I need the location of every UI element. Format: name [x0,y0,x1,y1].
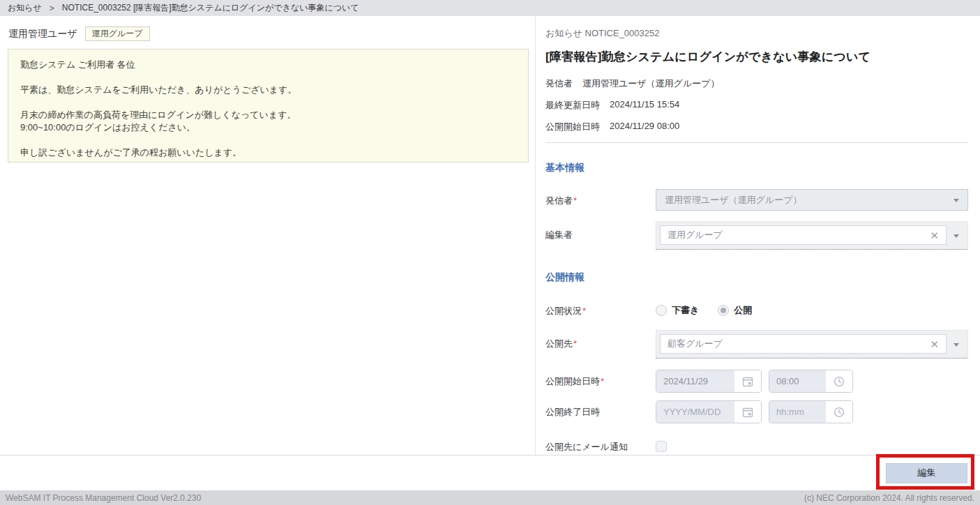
breadcrumb-link-notices[interactable]: お知らせ [8,2,42,14]
target-row: 公開先* 顧客グループ ✕ [545,330,968,359]
notice-meta: 発信者 運用管理ユーザ（運用グループ） 最終更新日時 2024/11/15 15… [545,77,968,133]
form-label-publish-end: 公開終了日時 [545,400,656,419]
chevron-down-icon [953,234,959,238]
meta-row: 最終更新日時 2024/11/15 15:54 [545,99,968,112]
footer: WebSAM IT Process Management Cloud Ver2.… [0,490,980,505]
form-label-publish-start: 公開開始日時* [545,370,656,388]
mail-notify-checkbox[interactable] [656,441,667,452]
meta-value: 2024/11/15 15:54 [610,99,679,112]
end-date-group [656,400,762,423]
chip-label: 運用グループ [668,229,723,241]
form-label-target: 公開先* [545,330,656,350]
status-radio-published[interactable]: 公開 [718,304,752,317]
message-line [20,71,516,84]
meta-row: 発信者 運用管理ユーザ（運用グループ） [545,77,968,90]
start-date-group [656,370,762,393]
radio-selected-icon [718,305,729,316]
message-line: 9:00~10:00のログインはお控えください。 [20,121,516,134]
status-row: 公開状況* 下書き 公開 [545,299,968,317]
clock-icon [834,376,845,387]
form-label-editor: 編集者 [545,221,656,241]
required-mark: * [573,195,577,206]
message-line [20,96,516,109]
required-mark: * [573,338,577,349]
section-heading-basic: 基本情報 [545,162,968,174]
clock-button[interactable] [826,401,852,423]
editor-selected-chip: 運用グループ ✕ [660,225,947,245]
message-line [20,134,516,146]
status-radio-draft[interactable]: 下書き [656,304,699,317]
preview-author-group-badge: 運用グループ [85,27,150,41]
sender-row: 発信者* 運用管理ユーザ（運用グループ） [545,189,968,211]
preview-panel: 運用管理ユーザ 運用グループ 勤怠システム ご利用者 各位 平素は、勤怠システム… [0,16,536,455]
chevron-down-icon [953,199,959,202]
radio-label: 下書き [672,304,699,317]
radio-label: 公開 [734,304,752,317]
meta-label: 最終更新日時 [545,99,600,112]
meta-value: 2024/11/29 08:00 [610,121,679,133]
publish-start-row: 公開開始日時* [545,370,968,393]
chevron-down-icon [953,343,959,347]
meta-row: 公開開始日時 2024/11/29 08:00 [545,121,968,133]
notice-id-kicker: お知らせ NOTICE_0003252 [545,27,968,40]
form-label-mail-notify: 公開先にメール通知 [545,435,656,453]
radio-icon [656,305,667,316]
breadcrumb: お知らせ > NOTICE_0003252 [障害報告]勤怠システムにログインが… [0,0,980,16]
target-selected-chip: 顧客グループ ✕ [660,334,947,354]
message-line: 申し訳ございませんがご了承の程お願いいたします。 [20,146,516,159]
end-time-group [769,400,853,423]
message-line: 勤怠システム ご利用者 各位 [20,59,516,71]
breadcrumb-current: NOTICE_0003252 [障害報告]勤怠システムにログインができない事象に… [62,2,359,14]
calendar-icon [742,407,753,418]
publish-start-date-input[interactable] [656,370,734,392]
clear-icon[interactable]: ✕ [930,230,939,241]
required-mark: * [601,376,604,386]
meta-label: 発信者 [545,77,573,90]
edit-button[interactable]: 編集 [886,463,967,483]
sender-select[interactable]: 運用管理ユーザ（運用グループ） [656,189,968,211]
clock-icon [834,407,845,418]
editor-multiselect[interactable]: 運用グループ ✕ [656,221,968,250]
action-bar: 編集 [0,455,980,490]
footer-product-version: WebSAM IT Process Management Cloud Ver2.… [6,493,201,503]
publish-end-date-input[interactable] [656,401,734,423]
preview-author: 運用管理ユーザ [8,28,77,40]
editor-row: 編集者 運用グループ ✕ [545,221,968,250]
message-line: 平素は、勤怠システムをご利用いただき、ありがとうございます。 [20,84,516,96]
sender-select-value: 運用管理ユーザ（運用グループ） [665,194,802,206]
publish-start-time-input[interactable] [769,370,826,392]
calendar-button[interactable] [734,370,761,392]
start-time-group [769,370,853,393]
publish-end-row: 公開終了日時 [545,400,968,423]
target-multiselect[interactable]: 顧客グループ ✕ [656,330,968,359]
notice-title: [障害報告]勤怠システムにログインができない事象について [545,49,968,65]
breadcrumb-separator: > [50,3,54,13]
meta-label: 公開開始日時 [545,121,600,133]
footer-copyright: (c) NEC Corporation 2024. All rights res… [804,493,974,503]
preview-message-box: 勤怠システム ご利用者 各位 平素は、勤怠システムをご利用いただき、ありがとうご… [8,49,529,163]
calendar-button[interactable] [734,401,761,423]
clear-icon[interactable]: ✕ [930,339,939,349]
form-label-status: 公開状況* [545,299,656,317]
message-line: 月末の締め作業の高負荷を理由にログインが難しくなっています。 [20,109,516,121]
meta-value: 運用管理ユーザ（運用グループ） [582,77,720,90]
calendar-icon [742,376,753,387]
section-heading-publish: 公開情報 [545,271,968,284]
header-divider [545,142,968,143]
form-label-sender: 発信者* [545,189,656,207]
publish-end-time-input[interactable] [769,401,826,423]
chip-label: 顧客グループ [668,338,723,350]
required-mark: * [582,306,586,316]
detail-panel: お知らせ NOTICE_0003252 [障害報告]勤怠システムにログインができ… [536,16,980,455]
clock-button[interactable] [826,370,852,392]
mail-notify-row: 公開先にメール通知 [545,435,968,455]
main-content: 運用管理ユーザ 運用グループ 勤怠システム ご利用者 各位 平素は、勤怠システム… [0,16,980,455]
